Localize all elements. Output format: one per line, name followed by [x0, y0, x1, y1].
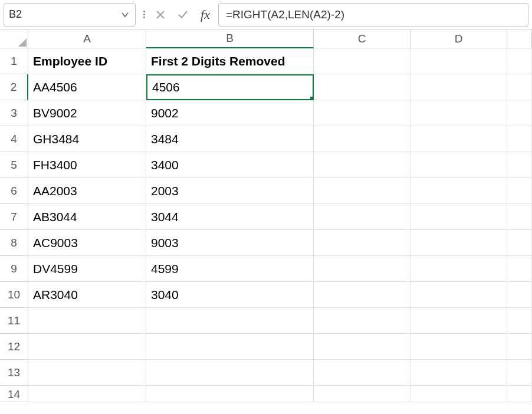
cell[interactable] [507, 282, 532, 308]
cell[interactable] [314, 308, 411, 334]
cell[interactable] [411, 386, 507, 402]
column-header-c[interactable]: C [314, 29, 411, 48]
cell[interactable]: 3484 [146, 126, 314, 152]
cell[interactable] [507, 126, 532, 152]
cell[interactable] [507, 308, 532, 334]
cell[interactable] [411, 100, 507, 126]
column-header-b[interactable]: B [146, 29, 314, 48]
cell[interactable]: BV9002 [28, 100, 146, 126]
cell[interactable] [411, 126, 507, 152]
cell[interactable] [411, 204, 507, 230]
cell[interactable]: 2003 [146, 178, 314, 204]
cell[interactable] [314, 334, 411, 360]
cell[interactable] [507, 230, 532, 256]
row-header[interactable]: 6 [0, 178, 28, 204]
cell[interactable] [314, 360, 411, 386]
cell[interactable]: AR3040 [28, 282, 146, 308]
chevron-down-icon[interactable] [120, 9, 130, 20]
cell[interactable] [411, 282, 507, 308]
row-header[interactable]: 3 [0, 100, 28, 126]
cell[interactable] [314, 126, 411, 152]
cell[interactable] [314, 74, 411, 100]
row-header[interactable]: 8 [0, 230, 28, 256]
cell[interactable] [507, 256, 532, 282]
cell[interactable]: 3044 [146, 204, 314, 230]
cell[interactable] [146, 308, 314, 334]
cell[interactable] [507, 152, 532, 178]
row-header[interactable]: 14 [0, 386, 28, 402]
cell[interactable]: 9003 [146, 230, 314, 256]
cell[interactable] [314, 386, 411, 402]
cell[interactable] [507, 178, 532, 204]
cell[interactable] [507, 204, 532, 230]
row-header[interactable]: 11 [0, 308, 28, 334]
cell-a1[interactable]: Employee ID [28, 48, 146, 74]
cell-d1[interactable] [411, 48, 507, 74]
cell[interactable] [146, 360, 314, 386]
cell[interactable]: 3400 [146, 152, 314, 178]
cell[interactable] [507, 48, 532, 74]
name-box[interactable]: B2 [4, 3, 136, 27]
cell[interactable] [314, 230, 411, 256]
row-header[interactable]: 10 [0, 282, 28, 308]
cell[interactable] [507, 74, 532, 100]
column-header-overflow[interactable] [507, 29, 532, 48]
cell[interactable] [411, 334, 507, 360]
row-header[interactable]: 7 [0, 204, 28, 230]
cell[interactable] [28, 308, 146, 334]
row-header[interactable]: 2 [0, 74, 28, 100]
cell[interactable] [507, 100, 532, 126]
row-header[interactable]: 13 [0, 360, 28, 386]
column-header-a[interactable]: A [28, 29, 146, 48]
cell[interactable]: 4599 [146, 256, 314, 282]
row-header[interactable]: 12 [0, 334, 28, 360]
cell[interactable] [314, 256, 411, 282]
cell[interactable]: 9002 [146, 100, 314, 126]
cell[interactable] [146, 386, 314, 402]
cell[interactable]: DV4599 [28, 256, 146, 282]
table-row [28, 386, 532, 402]
column-header-d[interactable]: D [411, 29, 507, 48]
cell[interactable] [411, 74, 507, 100]
cell[interactable] [507, 360, 532, 386]
cell[interactable] [314, 100, 411, 126]
cell[interactable]: GH3484 [28, 126, 146, 152]
cell[interactable] [146, 334, 314, 360]
cell[interactable] [411, 308, 507, 334]
cell-b1[interactable]: First 2 Digits Removed [146, 48, 314, 74]
cell-a2[interactable]: AA4506 [28, 74, 146, 100]
cell[interactable] [314, 178, 411, 204]
cell[interactable]: 3040 [146, 282, 314, 308]
cell[interactable] [411, 230, 507, 256]
table-row: DV4599 4599 [28, 256, 532, 282]
cell[interactable] [507, 334, 532, 360]
cell-c1[interactable] [314, 48, 411, 74]
cell[interactable]: AC9003 [28, 230, 146, 256]
cell[interactable]: FH3400 [28, 152, 146, 178]
cancel-formula-button[interactable] [152, 6, 169, 23]
cell[interactable] [314, 282, 411, 308]
cell[interactable] [411, 178, 507, 204]
cell[interactable] [314, 152, 411, 178]
table-row [28, 360, 532, 386]
accept-formula-button[interactable] [175, 6, 191, 23]
cell[interactable] [411, 152, 507, 178]
cell-b2-selected[interactable]: 4506 [146, 74, 314, 100]
cell[interactable]: AB3044 [28, 204, 146, 230]
row-header[interactable]: 1 [0, 48, 28, 74]
cell[interactable] [314, 204, 411, 230]
row-header[interactable]: 5 [0, 152, 28, 178]
select-all-corner[interactable] [0, 29, 28, 48]
cell[interactable] [28, 386, 146, 402]
cell[interactable] [28, 360, 146, 386]
formula-input[interactable] [226, 8, 521, 21]
cell[interactable] [411, 360, 507, 386]
cell[interactable]: AA2003 [28, 178, 146, 204]
formula-input-wrap[interactable] [218, 3, 528, 27]
cell[interactable] [411, 256, 507, 282]
row-header[interactable]: 4 [0, 126, 28, 152]
fx-icon[interactable]: fx [197, 6, 214, 23]
cell[interactable] [28, 334, 146, 360]
row-header[interactable]: 9 [0, 256, 28, 282]
cell[interactable] [507, 386, 532, 402]
